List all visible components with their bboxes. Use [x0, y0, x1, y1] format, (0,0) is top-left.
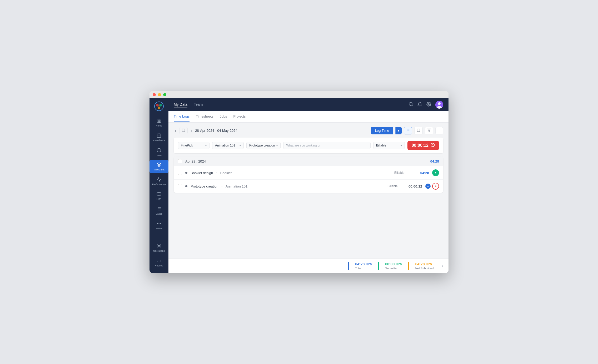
footer-stat-total: 04:28 Hrs Total: [348, 262, 378, 270]
svg-point-17: [158, 245, 160, 247]
timesheet-icon: [156, 162, 162, 168]
view-list-button[interactable]: [404, 127, 412, 134]
svg-point-1: [156, 104, 159, 107]
titlebar: [150, 91, 448, 98]
tab-time-logs[interactable]: Time Logs: [174, 114, 190, 122]
row-time-2: 00:00:12: [406, 184, 422, 188]
row-actions-1: [432, 169, 439, 176]
filter-button[interactable]: [425, 127, 433, 134]
table-row: Prototype creation • Animation 101 Billa…: [174, 180, 443, 193]
row-project-1: Booklet: [220, 171, 232, 175]
footer-expand-icon[interactable]: ›: [442, 264, 443, 268]
company-chevron-icon: ▾: [205, 144, 207, 147]
close-button[interactable]: [153, 93, 156, 96]
calendar-button[interactable]: [179, 127, 188, 134]
footer-stat-submitted: 00:00 Hrs Submitted: [378, 262, 408, 270]
sidebar-item-leave[interactable]: Leave: [150, 145, 168, 159]
minimize-button[interactable]: [158, 93, 161, 96]
sidebar-item-more[interactable]: More: [150, 219, 168, 232]
row-task-name-1: Booklet design: [191, 171, 213, 175]
sidebar-item-label-operations: Operations: [153, 250, 165, 252]
svg-marker-41: [427, 129, 431, 132]
add-button-2[interactable]: +: [425, 184, 431, 189]
log-time-button[interactable]: Log Time: [371, 127, 393, 134]
company-filter[interactable]: FinePick ▾: [178, 142, 210, 149]
row-billable-2: Billable: [387, 184, 403, 188]
row-checkbox-1[interactable]: [178, 171, 182, 175]
time-log-table: Apr 29 , 2024 04:28 Booklet design • Boo…: [174, 156, 443, 193]
operations-icon: [156, 243, 162, 249]
tab-timesheets[interactable]: Timesheets: [196, 114, 213, 122]
sidebar-item-performance[interactable]: Performance: [150, 174, 168, 188]
submitted-value: 00:00 Hrs: [385, 262, 402, 266]
cases-icon: [156, 206, 162, 212]
date-next-button[interactable]: ›: [190, 128, 193, 134]
task-filter[interactable]: Prototype creation ▾: [246, 142, 281, 149]
bell-icon[interactable]: [417, 102, 422, 108]
svg-line-22: [412, 105, 412, 106]
avatar[interactable]: [435, 101, 443, 109]
settings-icon[interactable]: [426, 102, 431, 108]
sidebar-item-reports[interactable]: Reports: [150, 256, 168, 269]
search-icon[interactable]: [408, 102, 413, 108]
sub-nav: Time Logs Timesheets Jobs Projects: [168, 111, 448, 123]
sidebar-item-label-leave: Leave: [156, 154, 162, 157]
sidebar-item-cases[interactable]: Cases: [150, 204, 168, 218]
row-project-2: Animation 101: [226, 184, 247, 188]
lms-icon: [156, 191, 162, 197]
sidebar-item-label-performance: Performance: [152, 183, 166, 186]
sidebar-item-lms[interactable]: LMS: [150, 189, 168, 203]
sidebar-item-label-lms: LMS: [157, 198, 162, 201]
top-nav: My Data Team: [168, 98, 448, 111]
toolbar-right: Log Time ▾: [371, 127, 443, 134]
timer-stop-icon[interactable]: [431, 143, 435, 148]
home-icon: [156, 118, 162, 124]
app-window: Home Attendance: [150, 91, 448, 273]
billable-filter[interactable]: Billable ▾: [373, 142, 405, 149]
pause-button-2[interactable]: [432, 183, 439, 190]
tab-projects[interactable]: Projects: [233, 114, 246, 122]
company-value: FinePick: [181, 144, 193, 147]
play-button-1[interactable]: [432, 169, 439, 176]
group-checkbox[interactable]: [178, 159, 182, 163]
svg-rect-37: [417, 129, 420, 132]
toolbar-row: ‹ › 28-Apr-2024 - 04-May-2024: [174, 127, 443, 134]
tab-my-data[interactable]: My Data: [174, 101, 187, 108]
top-nav-right: [408, 101, 443, 109]
footer-stat-not-submitted: 04:28 Hrs Not Submitted: [408, 262, 440, 270]
submitted-label: Submitted: [385, 267, 402, 270]
svg-point-15: [160, 223, 161, 224]
log-time-dropdown-button[interactable]: ▾: [395, 127, 402, 134]
svg-point-0: [155, 102, 163, 111]
svg-rect-27: [182, 129, 185, 132]
description-input[interactable]: What are you working or: [283, 142, 371, 149]
sidebar-item-timesheet[interactable]: Timesheet: [150, 160, 168, 173]
sidebar-item-operations[interactable]: Operations: [150, 241, 168, 255]
row-checkbox-2[interactable]: [178, 184, 182, 188]
billable-value: Billable: [376, 144, 386, 147]
row-color-dot-1: [185, 172, 187, 174]
svg-point-14: [159, 223, 159, 224]
tab-team[interactable]: Team: [194, 101, 203, 108]
view-calendar-button[interactable]: [414, 127, 423, 134]
group-date: Apr 29 , 2024: [185, 159, 427, 163]
sidebar-item-label-timesheet: Timesheet: [153, 168, 165, 171]
sidebar-item-home[interactable]: Home: [150, 116, 168, 129]
not-submitted-label: Not Submitted: [415, 267, 434, 270]
svg-point-2: [159, 104, 162, 107]
date-nav: ‹ › 28-Apr-2024 - 04-May-2024: [174, 127, 237, 134]
content-area: ‹ › 28-Apr-2024 - 04-May-2024: [168, 123, 448, 258]
project-value: Animation 101: [215, 144, 235, 147]
svg-point-23: [428, 104, 430, 105]
row-time-1: 04:28: [413, 171, 429, 175]
attendance-icon: [156, 133, 162, 138]
project-filter[interactable]: Animation 101 ▾: [212, 142, 244, 149]
svg-point-21: [409, 102, 412, 105]
sidebar-item-attendance[interactable]: Attendance: [150, 130, 168, 144]
more-options-button[interactable]: ···: [435, 127, 443, 134]
app-logo[interactable]: [154, 102, 164, 111]
maximize-button[interactable]: [163, 93, 166, 96]
date-prev-button[interactable]: ‹: [174, 128, 177, 134]
total-label: Total: [355, 267, 372, 270]
tab-jobs[interactable]: Jobs: [220, 114, 227, 122]
